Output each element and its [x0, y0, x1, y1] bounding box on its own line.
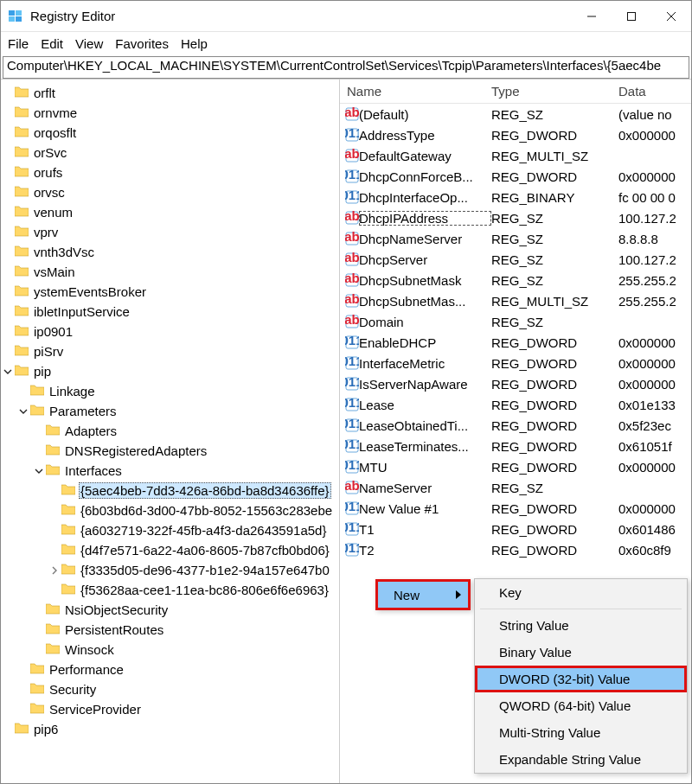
list-row[interactable]: 011EnableDHCPREG_DWORD0x000000 [340, 332, 691, 353]
list-row[interactable]: abDhcpServerREG_SZ100.127.2 [340, 249, 691, 270]
list-row[interactable]: abDhcpSubnetMaskREG_SZ255.255.2 [340, 270, 691, 290]
folder-icon [46, 424, 63, 438]
tree-item[interactable]: ServiceProvider [1, 699, 339, 719]
list-row[interactable]: 011DhcpInterfaceOp...REG_BINARYfc 00 00 … [340, 187, 691, 207]
list-row[interactable]: 011MTUREG_DWORD0x000000 [340, 456, 691, 477]
tree-item[interactable]: vprv [1, 222, 339, 242]
list-row[interactable]: 011T1REG_DWORD0x601486 [340, 519, 691, 539]
ctx-new-binary[interactable]: Binary Value [475, 639, 687, 666]
tree-item[interactable]: {a6032719-322f-45fb-a4f3-da2643591a5d} [1, 520, 339, 540]
maximize-button[interactable] [612, 1, 651, 32]
list-row[interactable]: abDomainREG_SZ [340, 311, 691, 332]
tree-item[interactable]: pip6 [1, 719, 339, 739]
list-row[interactable]: abDefaultGatewayREG_MULTI_SZ [340, 145, 691, 166]
list-row[interactable]: 011T2REG_DWORD0x60c8f9 [340, 539, 691, 560]
menu-edit[interactable]: Edit [41, 36, 63, 51]
ctx-new[interactable]: New [378, 582, 468, 608]
tree-item[interactable]: PersistentRoutes [1, 620, 339, 640]
chevron-down-icon[interactable] [32, 464, 46, 478]
tree-item[interactable]: venum [1, 202, 339, 222]
value-type: REG_DWORD [491, 460, 618, 475]
binary-value-icon: 011 [340, 460, 359, 474]
menu-help[interactable]: Help [181, 36, 208, 51]
list-row[interactable]: 011IsServerNapAwareREG_DWORD0x000000 [340, 373, 691, 394]
ctx-new-string[interactable]: String Value [475, 612, 687, 639]
tree-item[interactable]: orvsc [1, 182, 339, 202]
close-button[interactable] [651, 1, 691, 32]
tree-view[interactable]: orfltornvmeorqosfltorSvcorufsorvscvenumv… [1, 80, 340, 783]
menu-view[interactable]: View [75, 36, 103, 51]
folder-icon [61, 503, 79, 518]
list-row[interactable]: abNameServerREG_SZ [340, 477, 691, 498]
ctx-new-multistring[interactable]: Multi-String Value [475, 719, 687, 746]
list-row[interactable]: 011InterfaceMetricREG_DWORD0x000000 [340, 353, 691, 373]
value-type: REG_SZ [491, 232, 618, 246]
tree-item[interactable]: orqosflt [1, 123, 339, 143]
value-type: REG_DWORD [491, 543, 618, 558]
tree-item[interactable]: Performance [1, 660, 339, 679]
tree-item[interactable]: piSrv [1, 341, 339, 361]
value-type: REG_SZ [491, 211, 618, 226]
folder-icon [15, 245, 32, 259]
list-row[interactable]: 011LeaseObtainedTi...REG_DWORD0x5f23ec [340, 415, 691, 436]
menu-file[interactable]: File [8, 36, 29, 51]
titlebar[interactable]: Registry Editor [1, 1, 691, 32]
tree-item[interactable]: NsiObjectSecurity [1, 600, 339, 620]
value-name: MTU [359, 460, 491, 475]
ctx-new-qword[interactable]: QWORD (64-bit) Value [475, 692, 687, 719]
tree-item[interactable]: Linkage [1, 381, 339, 401]
tree-item[interactable]: {6b03bd6d-3d00-47bb-8052-15563c283ebe [1, 500, 339, 520]
string-value-icon: ab [340, 481, 359, 494]
tree-item[interactable]: pip [1, 361, 339, 381]
list-row[interactable]: ab(Default)REG_SZ(value no [340, 104, 691, 124]
header-data[interactable]: Data [618, 84, 691, 99]
ctx-new-key[interactable]: Key [475, 579, 687, 606]
tree-item[interactable]: DNSRegisteredAdapters [1, 441, 339, 461]
value-data: 0x000000 [618, 169, 691, 184]
list-row[interactable]: 011DhcpConnForceB...REG_DWORD0x000000 [340, 166, 691, 187]
tree-item[interactable]: orflt [1, 83, 339, 103]
tree-item[interactable]: orufs [1, 163, 339, 182]
tree-item[interactable]: Adapters [1, 421, 339, 441]
tree-item[interactable]: Parameters [1, 401, 339, 421]
chevron-down-icon[interactable] [16, 405, 30, 418]
tree-item[interactable]: Interfaces [1, 461, 339, 481]
tree-item[interactable]: {d4f7e571-6a22-4a06-8605-7b87cfb0bd06} [1, 540, 339, 560]
ctx-new-expandstring[interactable]: Expandable String Value [475, 746, 687, 773]
binary-value-icon: 011 [340, 356, 359, 370]
tree-item[interactable]: ip0901 [1, 322, 339, 341]
svg-text:011: 011 [345, 128, 359, 140]
header-name[interactable]: Name [340, 84, 491, 99]
list-row[interactable]: 011LeaseTerminates...REG_DWORD0x61051f [340, 436, 691, 456]
ctx-new-dword[interactable]: DWORD (32-bit) Value [475, 666, 687, 692]
minimize-button[interactable] [572, 1, 612, 32]
tree-item[interactable]: Security [1, 679, 339, 699]
tree-item[interactable]: Winsock [1, 640, 339, 660]
tree-item[interactable]: ornvme [1, 103, 339, 123]
tree-item[interactable]: {f3335d05-de96-4377-b1e2-94a157e647b0 [1, 560, 339, 580]
list-row[interactable]: 011AddressTypeREG_DWORD0x000000 [340, 124, 691, 145]
list-row[interactable]: abDhcpIPAddressREG_SZ100.127.2 [340, 207, 691, 228]
context-menu-primary[interactable]: New [375, 579, 471, 610]
chevron-right-icon[interactable] [48, 564, 61, 577]
binary-value-icon: 011 [340, 335, 359, 349]
list-row[interactable]: abDhcpSubnetMas...REG_MULTI_SZ255.255.2 [340, 290, 691, 311]
tree-item[interactable]: vnth3dVsc [1, 242, 339, 262]
menu-favorites[interactable]: Favorites [115, 36, 169, 51]
tree-item[interactable]: vsMain [1, 262, 339, 282]
tree-item[interactable]: ibletInputService [1, 302, 339, 322]
context-menu-new-submenu[interactable]: Key String Value Binary Value DWORD (32-… [474, 578, 688, 774]
string-value-icon: ab [340, 232, 359, 245]
list-row[interactable]: abDhcpNameServerREG_SZ8.8.8.8 [340, 228, 691, 249]
tree-item[interactable]: orSvc [1, 143, 339, 163]
tree-item[interactable]: ystemEventsBroker [1, 282, 339, 302]
tree-item[interactable]: {5aec4beb-7dd3-426a-86bd-ba8d34636ffe} [1, 481, 339, 500]
chevron-down-icon[interactable] [1, 365, 15, 379]
address-bar[interactable]: Computer\HKEY_LOCAL_MACHINE\SYSTEM\Curre… [3, 56, 689, 79]
list-row[interactable]: 011New Value #1REG_DWORD0x000000 [340, 498, 691, 519]
list-header[interactable]: Name Type Data [340, 80, 691, 104]
header-type[interactable]: Type [491, 84, 618, 99]
tree-item[interactable]: {f53628aa-cee1-11ea-bc86-806e6f6e6963} [1, 580, 339, 600]
value-name: DhcpIPAddress [359, 211, 491, 226]
list-row[interactable]: 011LeaseREG_DWORD0x01e133 [340, 394, 691, 415]
